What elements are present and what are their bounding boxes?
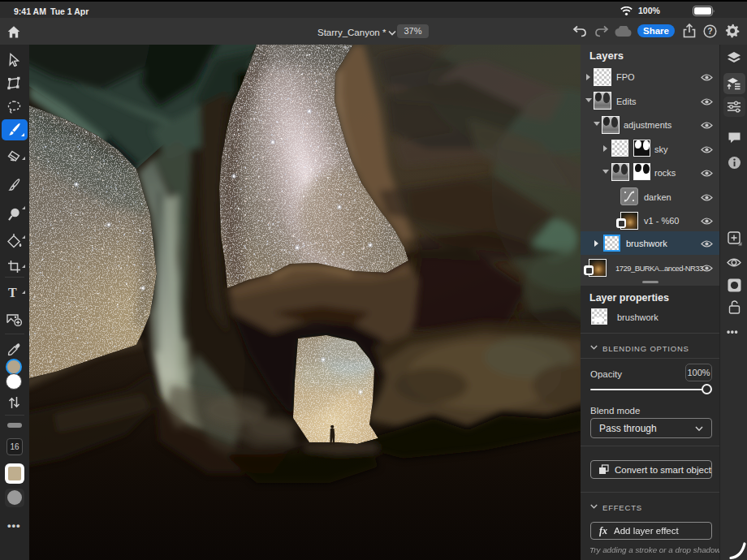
svg-text:?: ? [707, 26, 712, 36]
